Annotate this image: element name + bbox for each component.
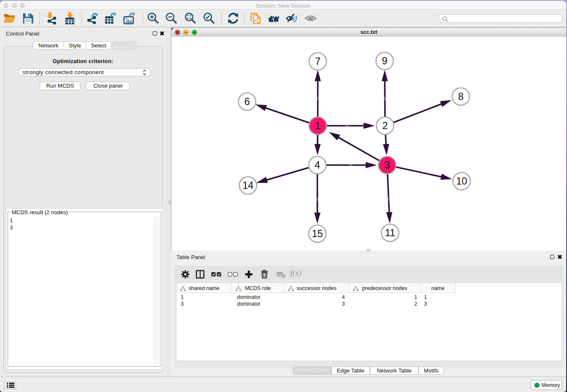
svg-text:6: 6 (244, 96, 250, 107)
svg-text:7: 7 (315, 56, 320, 67)
svg-text:10: 10 (456, 176, 467, 187)
svg-text:14: 14 (242, 180, 253, 191)
svg-text:3: 3 (384, 160, 390, 171)
svg-text:1: 1 (315, 120, 320, 131)
svg-text:8: 8 (458, 91, 463, 102)
svg-text:4: 4 (314, 160, 320, 171)
svg-text:11: 11 (385, 227, 395, 238)
svg-text:15: 15 (312, 228, 323, 239)
svg-text:2: 2 (382, 120, 388, 131)
svg-text:9: 9 (382, 55, 387, 66)
